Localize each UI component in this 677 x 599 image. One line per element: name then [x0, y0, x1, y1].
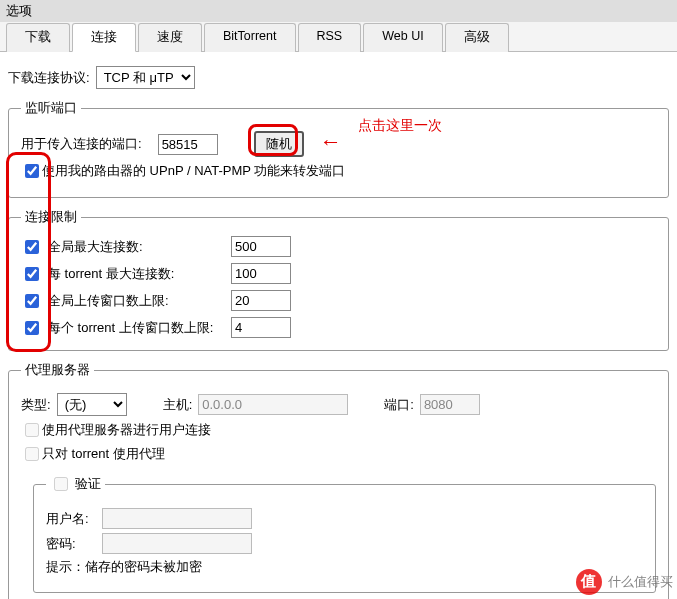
legend-proxy: 代理服务器	[21, 361, 94, 379]
proxy-port-label: 端口:	[384, 396, 414, 414]
per-torrent-upload-slots-label: 每个 torrent 上传窗口数上限:	[48, 319, 213, 337]
protocol-select[interactable]: TCP 和 μTP	[96, 66, 195, 89]
proxy-pass-hint: 提示：储存的密码未被加密	[46, 558, 202, 576]
tab-rss[interactable]: RSS	[298, 23, 362, 52]
global-upload-slots-input[interactable]	[231, 290, 291, 311]
tab-webui[interactable]: Web UI	[363, 23, 442, 52]
fieldset-proxy: 代理服务器 类型: (无) 主机: 端口: 使用代理服务器进行用户连接 只对 t…	[8, 361, 669, 599]
per-torrent-conn-input[interactable]	[231, 263, 291, 284]
per-torrent-conn-label: 每 torrent 最大连接数:	[48, 265, 174, 283]
watermark-text: 什么值得买	[608, 573, 673, 591]
tabbar: 下载 连接 速度 BitTorrent RSS Web UI 高级	[0, 22, 677, 52]
watermark-logo-icon	[576, 569, 602, 595]
proxy-user-label: 用户名:	[46, 510, 96, 528]
proxy-type-select[interactable]: (无)	[57, 393, 127, 416]
tab-bittorrent[interactable]: BitTorrent	[204, 23, 296, 52]
global-max-conn-input[interactable]	[231, 236, 291, 257]
tab-connection[interactable]: 连接	[72, 23, 136, 52]
proxy-host-label: 主机:	[163, 396, 193, 414]
annotation-arrow-icon: ←	[320, 129, 342, 155]
tab-advanced[interactable]: 高级	[445, 23, 509, 52]
proxy-pass-input[interactable]	[102, 533, 252, 554]
proxy-torrent-only-checkbox[interactable]	[25, 447, 39, 461]
protocol-label: 下载连接协议:	[8, 69, 90, 87]
per-torrent-upload-slots-input[interactable]	[231, 317, 291, 338]
tab-download[interactable]: 下载	[6, 23, 70, 52]
random-port-button[interactable]: 随机	[254, 131, 304, 157]
per-torrent-conn-checkbox[interactable]	[25, 267, 39, 281]
global-upload-slots-label: 全局上传窗口数上限:	[48, 292, 169, 310]
annotation-text: 点击这里一次	[358, 117, 442, 135]
proxy-type-label: 类型:	[21, 396, 51, 414]
proxy-peer-checkbox[interactable]	[25, 423, 39, 437]
proxy-pass-label: 密码:	[46, 535, 96, 553]
global-max-conn-checkbox[interactable]	[25, 240, 39, 254]
port-input[interactable]	[158, 134, 218, 155]
port-label: 用于传入连接的端口:	[21, 135, 142, 153]
proxy-host-input[interactable]	[198, 394, 348, 415]
proxy-auth-label: 验证	[75, 475, 101, 493]
global-upload-slots-checkbox[interactable]	[25, 294, 39, 308]
proxy-user-input[interactable]	[102, 508, 252, 529]
tab-speed[interactable]: 速度	[138, 23, 202, 52]
fieldset-connection-limits: 连接限制 全局最大连接数: 每 torrent 最大连接数: 全局上传窗口数上限…	[8, 208, 669, 351]
proxy-torrent-only-label: 只对 torrent 使用代理	[42, 445, 165, 463]
upnp-checkbox[interactable]	[25, 164, 39, 178]
proxy-port-input[interactable]	[420, 394, 480, 415]
watermark: 什么值得买	[576, 569, 673, 595]
proxy-auth-checkbox[interactable]	[54, 477, 68, 491]
legend-listen-port: 监听端口	[21, 99, 81, 117]
global-max-conn-label: 全局最大连接数:	[48, 238, 143, 256]
proxy-peer-label: 使用代理服务器进行用户连接	[42, 421, 211, 439]
upnp-label: 使用我的路由器的 UPnP / NAT-PMP 功能来转发端口	[42, 162, 345, 180]
legend-limits: 连接限制	[21, 208, 81, 226]
per-torrent-upload-slots-checkbox[interactable]	[25, 321, 39, 335]
window-title: 选项	[0, 0, 677, 22]
fieldset-auth: 验证 用户名: 密码: 提示：储存的密码未被加密	[33, 474, 656, 593]
fieldset-listen-port: 监听端口 用于传入连接的端口: 随机 ← 点击这里一次 使用我的路由器的 UPn…	[8, 99, 669, 198]
